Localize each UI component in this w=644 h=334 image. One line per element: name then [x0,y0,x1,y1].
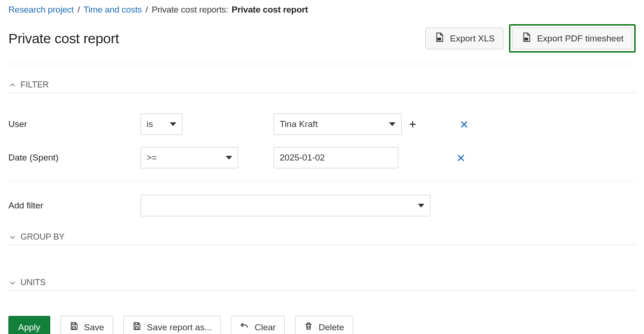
page-title: Private cost report [8,31,119,47]
export-pdf-highlight: XLS Export PDF timesheet [509,24,636,53]
add-filter-label: Add filter [8,200,141,211]
breadcrumb-module-link[interactable]: Time and costs [84,5,142,15]
export-xls-button[interactable]: XLS Export XLS [425,27,503,49]
chevron-down-icon [8,233,17,241]
file-xls-icon: XLS [434,32,444,45]
caret-down-icon [389,122,396,126]
page-header: Private cost report XLS Export XLS XLS [8,24,636,53]
export-pdf-button[interactable]: XLS Export PDF timesheet [512,27,632,49]
add-filter-select[interactable] [141,195,430,216]
breadcrumb-section: Private cost reports: [152,5,228,15]
svg-text:XLS: XLS [525,39,528,40]
filter-divider [8,180,636,181]
filter-section-label: FILTER [20,80,49,90]
clear-label: Clear [255,322,275,333]
save-as-label: Save report as... [147,322,212,333]
save-button[interactable]: Save [60,316,113,334]
header-divider [8,64,636,64]
add-user-value-button[interactable]: + [404,117,421,132]
units-section-label: UNITS [20,278,46,287]
chevron-up-icon [8,81,17,89]
units-section-toggle[interactable]: UNITS [8,278,636,291]
clear-button[interactable]: Clear [231,316,284,334]
save-as-button[interactable]: Save report as... [123,316,221,334]
filter-date-value-input[interactable] [274,147,398,168]
filter-user-operator-select[interactable]: is [141,114,182,135]
filter-date-label: Date (Spent) [8,153,141,163]
breadcrumb-project-link[interactable]: Research project [8,5,74,15]
delete-button[interactable]: Delete [295,316,353,334]
groupby-section-toggle[interactable]: GROUP BY [8,232,636,245]
undo-icon [240,321,249,333]
filter-user-label: User [8,119,141,129]
caret-down-icon [226,156,232,160]
filter-row-date: Date (Spent) >= [8,147,636,168]
caret-down-icon [418,204,424,207]
export-pdf-label: Export PDF timesheet [537,33,624,44]
filter-row-user: User is Tina Kraft + [8,114,636,135]
filter-row-add: Add filter [8,195,636,216]
trash-icon [304,321,313,333]
chevron-down-icon [8,279,17,287]
filter-body: User is Tina Kraft + Date (Spent) >= Add… [8,114,636,216]
save-label: Save [84,322,104,333]
svg-rect-9 [137,323,138,324]
save-icon [132,321,141,333]
breadcrumb-sep: / [146,5,148,15]
groupby-section-label: GROUP BY [20,232,65,242]
breadcrumb-sep: / [77,5,80,15]
action-bar: Apply Save Save report as... Clear Delet… [8,316,636,334]
apply-button[interactable]: Apply [8,316,50,334]
save-icon [69,321,79,333]
filter-section-toggle[interactable]: FILTER [8,80,636,93]
breadcrumb-current: Private cost report [229,5,308,15]
delete-label: Delete [319,322,344,333]
caret-down-icon [170,122,176,126]
filter-user-value-select[interactable]: Tina Kraft [274,114,402,135]
filter-date-operator-select[interactable]: >= [141,147,238,168]
remove-date-filter-button[interactable] [452,153,469,163]
svg-text:XLS: XLS [438,39,441,40]
export-xls-label: Export XLS [450,33,495,44]
breadcrumb: Research project / Time and costs / Priv… [8,5,636,15]
file-pdf-icon: XLS [521,32,531,45]
svg-rect-8 [74,323,75,324]
remove-user-filter-button[interactable] [456,120,472,129]
